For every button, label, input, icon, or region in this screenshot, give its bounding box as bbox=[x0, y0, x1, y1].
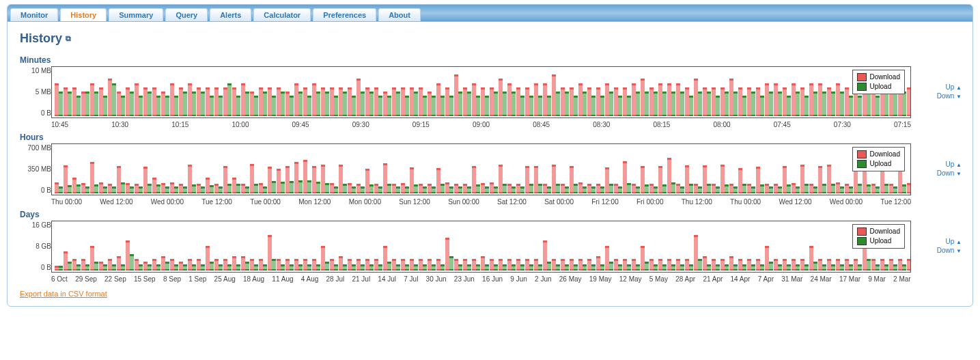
tab-query[interactable]: Query bbox=[165, 8, 208, 21]
bar-pair bbox=[720, 148, 729, 193]
bar-upload bbox=[600, 186, 604, 193]
bar-upload bbox=[165, 96, 169, 116]
bar-pair bbox=[507, 71, 516, 116]
popout-icon[interactable]: ⧉ bbox=[66, 34, 71, 42]
bar-upload bbox=[840, 264, 844, 271]
x-tick: Sun 00:00 bbox=[448, 198, 479, 206]
bar-upload bbox=[298, 92, 303, 116]
bar-upload bbox=[769, 262, 773, 271]
bar-pair bbox=[800, 225, 809, 271]
bar-pair bbox=[561, 71, 569, 116]
bar-pair bbox=[641, 71, 649, 116]
bar-pair bbox=[312, 71, 320, 116]
bar-upload bbox=[378, 96, 382, 116]
x-tick: 09:45 bbox=[292, 121, 309, 128]
y-tick: 8 GB bbox=[36, 243, 51, 250]
up-link[interactable]: Up ▲ bbox=[916, 83, 962, 92]
tab-summary[interactable]: Summary bbox=[109, 8, 163, 21]
x-tick: 21 Apr bbox=[703, 275, 723, 283]
bar-pair bbox=[827, 225, 835, 271]
bar-pair bbox=[490, 148, 498, 193]
x-tick: Wed 00:00 bbox=[830, 198, 863, 206]
bar-upload bbox=[85, 92, 89, 116]
bar-pair bbox=[632, 148, 640, 193]
bar-pair bbox=[135, 225, 143, 271]
bar-pair bbox=[676, 225, 684, 271]
bar-pair bbox=[676, 148, 684, 193]
tab-about[interactable]: About bbox=[378, 8, 421, 21]
bar-upload bbox=[538, 184, 542, 193]
bar-pair bbox=[756, 225, 764, 271]
bar-pair bbox=[303, 148, 311, 193]
bar-upload bbox=[378, 264, 382, 271]
bar-pair bbox=[516, 225, 524, 271]
bar-pair bbox=[401, 71, 409, 116]
bar-upload bbox=[68, 262, 72, 271]
up-link[interactable]: Up ▲ bbox=[916, 161, 962, 169]
bar-upload bbox=[654, 264, 658, 271]
bar-pair bbox=[303, 225, 311, 271]
bar-pair bbox=[703, 71, 711, 116]
bar-upload bbox=[494, 264, 498, 271]
bar-upload bbox=[725, 184, 729, 193]
bar-upload bbox=[796, 264, 800, 271]
bar-pair bbox=[552, 148, 560, 193]
bar-upload bbox=[698, 259, 702, 271]
bar-upload bbox=[512, 92, 516, 116]
bar-pair bbox=[365, 148, 374, 193]
up-link[interactable]: Up ▲ bbox=[916, 238, 962, 247]
chart-minutes: Download Upload bbox=[51, 66, 911, 118]
bar-upload bbox=[485, 96, 489, 116]
bar-upload bbox=[76, 184, 81, 193]
bar-upload bbox=[343, 184, 347, 193]
bar-pair bbox=[570, 225, 578, 271]
bar-upload bbox=[742, 184, 746, 193]
bar-upload bbox=[876, 264, 880, 271]
bar-pair bbox=[623, 71, 631, 116]
bar-upload bbox=[893, 186, 897, 193]
bar-pair bbox=[55, 225, 63, 271]
legend-minutes: Download Upload bbox=[852, 70, 905, 94]
bar-upload bbox=[343, 264, 347, 271]
tab-monitor[interactable]: Monitor bbox=[10, 8, 58, 21]
tab-calculator[interactable]: Calculator bbox=[253, 8, 311, 21]
bar-upload bbox=[68, 92, 72, 116]
down-link[interactable]: Down ▼ bbox=[916, 169, 962, 178]
x-axis-minutes: 10:4510:3010:1510:0009:4509:3009:1509:00… bbox=[51, 121, 911, 128]
tab-history[interactable]: History bbox=[60, 8, 107, 21]
bar-pair bbox=[436, 148, 445, 193]
bar-upload bbox=[361, 186, 365, 193]
down-link[interactable]: Down ▼ bbox=[916, 92, 962, 101]
bar-pair bbox=[490, 71, 498, 116]
bar-upload bbox=[583, 186, 587, 193]
x-tick: 07:30 bbox=[834, 121, 851, 128]
bar-upload bbox=[778, 92, 782, 116]
down-link[interactable]: Down ▼ bbox=[916, 247, 962, 255]
bar-upload bbox=[529, 96, 533, 116]
x-tick: 08:45 bbox=[533, 121, 550, 128]
x-tick: 7 Apr bbox=[758, 275, 774, 283]
bar-upload bbox=[520, 96, 524, 116]
bar-upload bbox=[130, 92, 134, 116]
bar-upload bbox=[219, 186, 223, 193]
x-tick: 11 Aug bbox=[272, 275, 293, 283]
tab-alerts[interactable]: Alerts bbox=[210, 8, 251, 21]
x-tick: 29 Sep bbox=[75, 275, 97, 283]
tab-preferences[interactable]: Preferences bbox=[313, 8, 376, 21]
bar-upload bbox=[538, 96, 542, 116]
bar-upload bbox=[254, 264, 258, 271]
bar-upload bbox=[236, 264, 240, 271]
y-tick: 10 MB bbox=[31, 68, 51, 74]
bar-pair bbox=[499, 148, 507, 193]
export-csv-link[interactable]: Export data in CSV format bbox=[20, 290, 107, 298]
bar-pair bbox=[783, 225, 791, 271]
bar-upload bbox=[600, 96, 604, 116]
section-days: Days 16 GB8 GB0 B Download Upload Up ▲ D… bbox=[20, 210, 962, 283]
x-tick: 10:00 bbox=[232, 121, 249, 128]
bar-pair bbox=[374, 148, 382, 193]
bar-upload bbox=[680, 264, 684, 271]
bar-pair bbox=[214, 71, 223, 116]
bar-upload bbox=[689, 96, 693, 116]
bar-upload bbox=[787, 96, 791, 116]
bar-upload bbox=[618, 96, 622, 116]
